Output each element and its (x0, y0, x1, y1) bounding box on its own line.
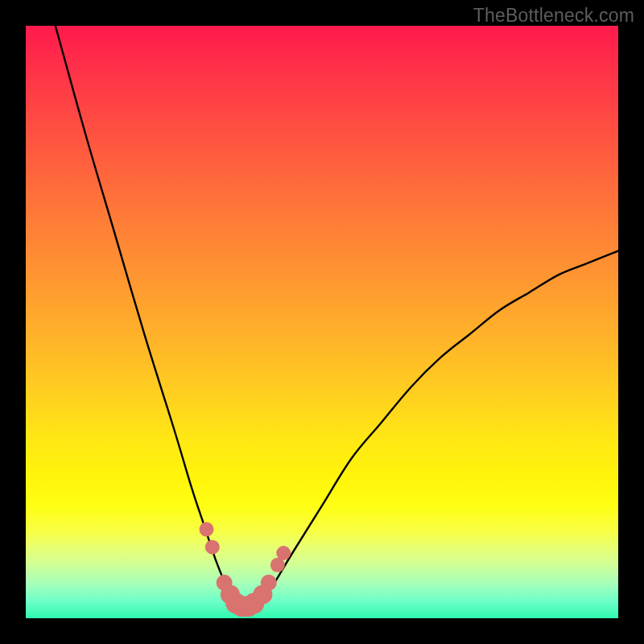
highlight-dot (276, 546, 291, 560)
highlight-dot (205, 540, 220, 555)
watermark-text: TheBottleneck.com (473, 5, 634, 27)
chart-frame: TheBottleneck.com (0, 0, 644, 644)
curve-layer (26, 26, 618, 618)
highlight-dot (261, 575, 277, 591)
highlight-dots (200, 522, 291, 617)
plot-area (26, 26, 618, 618)
bottleneck-curve (56, 26, 618, 609)
highlight-dot (200, 522, 214, 537)
